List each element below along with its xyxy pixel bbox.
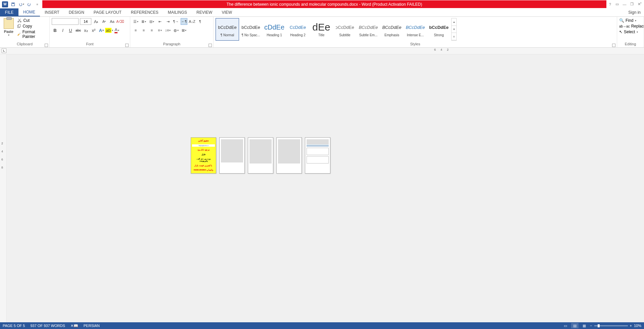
tab-mailings[interactable]: MAILINGS <box>163 8 192 16</box>
decrease-indent-icon[interactable]: ⇤ <box>156 18 163 25</box>
strikethrough-button[interactable]: abc <box>75 27 82 34</box>
ribbon: ˄ Paste ▾ Cut Copy Format Painter Clipbo… <box>0 17 644 48</box>
restore-icon[interactable]: ❐ <box>629 1 635 8</box>
tab-view[interactable]: VIEW <box>217 8 237 16</box>
paste-button[interactable]: Paste <box>4 30 13 34</box>
italic-button[interactable]: I <box>59 27 66 34</box>
font-name-input[interactable] <box>52 18 79 25</box>
replace-button[interactable]: ab→acReplace <box>619 24 644 29</box>
style-emphasis[interactable]: BCcDdEeEmphasis <box>380 18 404 41</box>
justify-icon[interactable]: ≡▾ <box>156 27 163 34</box>
tab-home[interactable]: HOME <box>18 8 40 16</box>
rtl-icon[interactable]: ←¶ <box>181 18 187 25</box>
page-4[interactable] <box>276 137 302 174</box>
tab-insert[interactable]: INSERT <box>40 8 64 16</box>
font-size-input[interactable] <box>80 18 91 25</box>
font-color-icon[interactable]: A▾ <box>113 27 120 34</box>
page-5[interactable] <box>305 137 330 174</box>
style-subtle-em-[interactable]: BCcDdEeSubtle Em... <box>357 18 380 41</box>
zoom-out-icon[interactable]: − <box>590 324 592 328</box>
zoom-level[interactable]: 10% <box>634 324 641 328</box>
collapse-ribbon-icon[interactable]: ˄ <box>640 2 642 6</box>
zoom-in-icon[interactable]: + <box>630 324 632 328</box>
text-effects-icon[interactable]: A▾ <box>98 27 105 34</box>
style-heading-2[interactable]: CcDdEeHeading 2 <box>286 18 310 41</box>
bold-button[interactable]: B <box>52 27 58 34</box>
show-marks-icon[interactable]: ¶ <box>197 18 203 25</box>
shrink-font-icon[interactable]: A▾ <box>101 18 107 25</box>
clipboard-launcher[interactable] <box>45 44 48 47</box>
paste-icon[interactable] <box>4 18 14 29</box>
style--no-spac-[interactable]: bCcDdEe¶ No Spac... <box>239 18 263 41</box>
ltr-icon[interactable]: ¶→ <box>173 18 179 25</box>
style-strong[interactable]: bCcDdEeStrong <box>427 18 451 41</box>
minimize-icon[interactable]: — <box>622 1 628 8</box>
paragraph-launcher[interactable] <box>209 44 212 47</box>
word-app-icon[interactable]: W <box>1 1 9 8</box>
qat-customize-icon[interactable]: ≡ <box>34 1 41 8</box>
tab-page-layout[interactable]: PAGE LAYOUT <box>89 8 126 16</box>
status-language[interactable]: PERSIAN <box>84 324 100 328</box>
status-proofing-icon[interactable]: ✕📖 <box>71 324 78 328</box>
vertical-ruler[interactable]: 2468 <box>0 54 7 322</box>
highlight-icon[interactable]: ab▾ <box>106 27 112 34</box>
tab-file[interactable]: FILE <box>0 8 18 16</box>
tab-review[interactable]: REVIEW <box>192 8 217 16</box>
save-icon[interactable] <box>9 1 17 8</box>
style--normal[interactable]: bCcDdEe¶ Normal <box>216 18 239 41</box>
tab-references[interactable]: REFERENCES <box>126 8 163 16</box>
multilevel-icon[interactable]: ⊟▾ <box>148 18 155 25</box>
superscript-button[interactable]: x² <box>90 27 97 34</box>
signin-link[interactable]: Sign in <box>625 8 644 16</box>
style-intense-e-[interactable]: BCcDdEeIntense E... <box>404 18 427 41</box>
subscript-button[interactable]: x₂ <box>83 27 89 34</box>
find-icon: 🔍 <box>619 18 624 23</box>
numbering-icon[interactable]: ≣▾ <box>140 18 147 25</box>
align-center-icon[interactable]: ≡ <box>140 27 147 34</box>
redo-icon[interactable] <box>26 1 33 8</box>
styles-launcher[interactable] <box>612 44 615 47</box>
quick-access-toolbar: W ▾ ≡ <box>0 1 41 8</box>
status-words[interactable]: 937 OF 937 WORDS <box>30 324 65 328</box>
change-case-icon[interactable]: Aa <box>109 18 116 25</box>
horizontal-ruler[interactable]: L 642 <box>0 48 644 54</box>
align-right-icon[interactable]: ≡ <box>148 27 155 34</box>
styles-scroll[interactable]: ▴▾≡ <box>451 18 457 41</box>
select-button[interactable]: ↖Select▾ <box>619 30 638 34</box>
read-mode-icon[interactable]: ▭ <box>562 323 569 328</box>
borders-icon[interactable]: ⊞▾ <box>181 27 187 34</box>
tab-design[interactable]: DESIGN <box>64 8 89 16</box>
align-left-icon[interactable]: ≡ <box>132 27 139 34</box>
cut-button[interactable]: Cut <box>17 18 47 23</box>
line-spacing-icon[interactable]: ↕≡▾ <box>165 27 171 34</box>
clear-formatting-icon[interactable]: A⌫ <box>117 18 124 25</box>
shading-icon[interactable]: ◍▾ <box>173 27 179 34</box>
style-title[interactable]: dEeTitle <box>310 18 333 41</box>
page-3[interactable] <box>248 137 273 174</box>
format-painter-button[interactable]: Format Painter <box>17 30 47 39</box>
find-button[interactable]: 🔍Find▾ <box>619 18 636 23</box>
ruler-marks: 642 <box>434 48 449 51</box>
ribbon-options-icon[interactable]: ▭ <box>614 1 620 8</box>
print-layout-icon[interactable]: ▤ <box>571 323 579 328</box>
copy-button[interactable]: Copy <box>17 24 47 29</box>
group-editing: 🔍Find▾ ab→acReplace ↖Select▾ Editing <box>617 17 644 47</box>
page-1[interactable]: تحقیق آنلاین Tahghighonline.ir مرجع دانل… <box>191 137 216 174</box>
increase-indent-icon[interactable]: ⇥ <box>165 18 171 25</box>
web-layout-icon[interactable]: ▦ <box>581 323 588 328</box>
document-area[interactable]: 2468 تحقیق آنلاین Tahghighonline.ir مرجع… <box>0 54 644 322</box>
style-heading-1[interactable]: cDdEeHeading 1 <box>263 18 286 41</box>
underline-button[interactable]: U <box>67 27 74 34</box>
grow-font-icon[interactable]: A▴ <box>93 18 99 25</box>
paste-dropdown[interactable]: ▾ <box>8 34 9 37</box>
status-page[interactable]: PAGE 5 OF 5 <box>3 324 25 328</box>
page-2[interactable] <box>219 137 245 174</box>
tab-selector[interactable]: L <box>2 48 6 53</box>
sort-icon[interactable]: A↓Z <box>189 18 195 25</box>
help-icon[interactable]: ? <box>607 1 613 8</box>
bullets-icon[interactable]: ☰▾ <box>132 18 139 25</box>
font-launcher[interactable] <box>125 44 129 47</box>
undo-icon[interactable]: ▾ <box>17 1 25 8</box>
zoom-slider[interactable] <box>594 325 628 326</box>
style-subtitle[interactable]: ↄCcDdEeSubtitle <box>333 18 357 41</box>
